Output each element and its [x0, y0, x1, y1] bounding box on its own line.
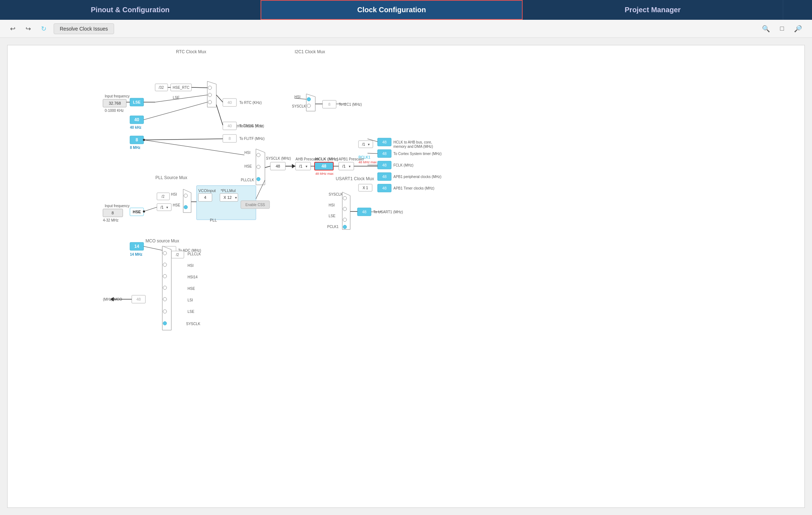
ahb-out-4-val: 48	[382, 174, 387, 179]
input-freq-bottom-range: 4-32 MHz	[103, 218, 118, 222]
pclk1-label: PCLK1	[358, 155, 370, 159]
sys-mux-radio-1	[257, 153, 260, 157]
rtc-mux-radio-3	[208, 100, 212, 104]
mco-radio-3	[163, 274, 167, 278]
input-freq-bottom-label: Input frequency	[105, 204, 130, 208]
pll-label: PLL	[210, 218, 217, 222]
wire-hclk-v2	[367, 153, 378, 154]
ahb-out-1-label: HCLK to AHB bus, core,	[393, 140, 432, 144]
pll-mult-label: *PLLMul	[221, 188, 236, 193]
pll-hsi-label: HSI	[171, 192, 177, 196]
pclk1-max: 48 MHz max	[358, 160, 377, 164]
nav-clock[interactable]: Clock Configuration	[261, 0, 522, 20]
i2c-mux-shape	[306, 94, 315, 111]
i2c-mux-label: I2C1 Clock Mux	[295, 49, 325, 54]
refresh-button[interactable]: ↻	[38, 23, 49, 34]
mco-div2-value: /2	[176, 253, 179, 257]
mco-radio-1	[163, 251, 167, 255]
usart-mux-label: USART1 Clock Mux	[336, 176, 374, 181]
input-freq-top-range: 0-1000 KHz	[105, 109, 124, 113]
pll-mux-shape	[183, 189, 191, 213]
apb1-prescaler-box	[339, 162, 354, 170]
rtc-output-value: 40	[227, 100, 232, 105]
ahb-out-3-val: 48	[382, 163, 387, 167]
i2c-sysclk-label: SYSCLK	[292, 104, 306, 108]
input-freq-bottom-value: 8	[112, 211, 114, 215]
sys-hse-label: HSE	[244, 164, 252, 168]
nav-project[interactable]: Project Manager	[523, 0, 783, 20]
hclk-label: HCLK (MHz)	[315, 157, 338, 161]
vco-input-label: VCOInput	[198, 188, 216, 193]
cortex-div1-box	[358, 141, 373, 148]
usart-radio-3	[343, 218, 347, 222]
mco-pllclk: PLLCLK	[188, 252, 201, 256]
i2c-mux-radio-1	[307, 97, 311, 101]
div32-label: /32	[159, 86, 164, 90]
clock-diagram: RTC Clock Mux I2C1 Clock Mux System Cloc…	[8, 45, 804, 507]
fit-button[interactable]: □	[777, 23, 787, 34]
input-freq-top-label: Input frequency	[105, 94, 130, 98]
pll-div2-value: /2	[162, 195, 165, 199]
mco-source-label: MCO source Mux	[145, 238, 179, 243]
redo-button[interactable]: ↪	[23, 23, 34, 34]
ahb-out-1-val: 48	[382, 140, 387, 144]
dot-hsi	[143, 139, 145, 141]
mco-output-value: 48	[136, 297, 141, 301]
wire-mux-rtc	[216, 95, 223, 102]
rtc-mux-radio-1	[208, 86, 212, 90]
pll-hse-label: HSE	[173, 203, 180, 207]
sys-hsi-label: HSI	[244, 151, 251, 155]
undo-button[interactable]: ↩	[7, 23, 18, 34]
sys-mux-radio-3	[257, 177, 260, 181]
sys-mux-radio-2	[257, 165, 260, 169]
mco-hsi14: HSI14	[188, 275, 198, 279]
pll-div1-box	[157, 204, 171, 211]
iwdg-to-label: To IWDG (KHz)	[239, 124, 264, 128]
pll-mux-radio-1	[184, 194, 188, 197]
zoom-in-button[interactable]: 🔍	[759, 23, 773, 34]
ahb-out-2-label: To Cortex System timer (MHz)	[393, 152, 442, 156]
lse-label: LSE	[133, 100, 140, 104]
flitf-to-label: To FLITF (MHz)	[239, 137, 265, 141]
mco-hse: HSE	[188, 287, 195, 291]
usart-radio-1	[343, 196, 347, 200]
pll-mult-value: X 12	[224, 195, 232, 200]
i2c-output-value: 8	[328, 102, 330, 106]
x1-value: X 1	[362, 186, 368, 190]
i2c-to-label: To I2C1 (MHz)	[339, 102, 362, 106]
wire-hsi-flitf	[144, 139, 223, 140]
flitf-value: 8	[229, 136, 231, 141]
resolve-clock-button[interactable]: Resolve Clock Issues	[54, 23, 114, 34]
hclk-max-label: 48 MHz max	[315, 172, 334, 176]
ahb-out-4-label: APB1 peripheral clocks (MHz)	[393, 175, 441, 179]
nav-pinout[interactable]: Pinout & Configuration	[0, 0, 261, 20]
ahb-chevron: ▾	[306, 164, 307, 168]
clock-canvas[interactable]: RTC Clock Mux I2C1 Clock Mux System Cloc…	[7, 45, 805, 508]
usart-hsi: HSI	[329, 203, 335, 207]
mco-hsi: HSI	[188, 264, 194, 268]
lsi-rc-freq: 40 kHz	[130, 126, 141, 129]
hsi14-rc-value: 14	[134, 244, 139, 249]
hclk-value: 48	[321, 164, 326, 169]
usart-output-value: 48	[362, 210, 366, 214]
ahb-out-5-label: APB1 Timer clocks (MHz)	[393, 186, 434, 190]
wire-sysmux-48	[265, 166, 270, 168]
usart-lse: LSE	[329, 214, 335, 218]
input-freq-top-value: 32.768	[109, 101, 121, 105]
main-area: RTC Clock Mux I2C1 Clock Mux System Cloc…	[0, 38, 812, 515]
wire-lsi-mux	[144, 102, 207, 120]
mco-lsi: LSI	[188, 298, 193, 302]
zoom-out-button[interactable]: 🔎	[791, 23, 805, 34]
pll-mux-radio-2	[184, 205, 188, 209]
rtc-mux-radio-2	[208, 93, 212, 97]
apb1-chevron: ▾	[349, 164, 351, 168]
pll-div1-chevron: ▾	[166, 205, 168, 209]
iwdg-value: 40	[227, 124, 232, 128]
sys-pllclk-label: PLLCLK	[241, 178, 254, 182]
rtc-to-label: To RTC (KHz)	[239, 101, 262, 105]
nav-tools[interactable]	[783, 0, 812, 20]
mco-radio-6	[163, 310, 167, 313]
ahb-prescaler-value: /1	[299, 164, 302, 168]
mco-sysclk: SYSCLK	[186, 322, 200, 326]
wire-mux-iwdg	[216, 105, 223, 125]
